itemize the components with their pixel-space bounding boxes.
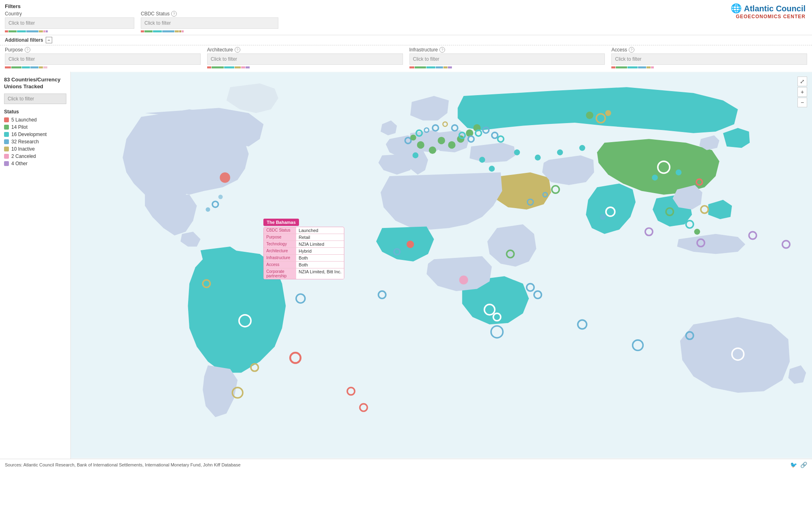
popup-row-label: Technology [264, 241, 296, 247]
bahamas-popup: The Bahamas CBDC StatusLaunchedPurposeRe… [263, 219, 344, 279]
sidebar: 83 Countries/Currency Unions Tracked Cli… [0, 72, 71, 459]
footer: Sources: Atlantic Council Research, Bank… [0, 459, 812, 470]
popup-row: InfrastructureBoth [264, 255, 344, 262]
infrastructure-help-icon[interactable]: ? [439, 47, 445, 53]
purpose-label: Purpose ? [5, 47, 201, 53]
cbdc-filter-input[interactable]: Click to filter [141, 17, 278, 29]
svg-point-19 [586, 112, 593, 119]
status-label: 16 Development [11, 132, 47, 137]
architecture-filter-group: Architecture ? Click to filter [207, 47, 403, 68]
svg-point-13 [429, 147, 436, 154]
access-help-icon[interactable]: ? [629, 47, 634, 53]
purpose-filter-input[interactable]: Click to filter [5, 53, 201, 65]
cbdc-status-label: CBDC Status ? [141, 11, 278, 17]
world-map [71, 72, 812, 459]
popup-country-label: The Bahamas [263, 219, 299, 226]
purpose-filter-group: Purpose ? Click to filter [5, 47, 201, 68]
filters-title: Filters [5, 3, 807, 9]
purpose-filter-bar [5, 66, 201, 68]
status-item: 4 Other [4, 161, 66, 166]
svg-point-47 [410, 134, 416, 140]
svg-point-28 [676, 169, 682, 175]
country-filter-group: Country Click to filter [5, 11, 134, 32]
status-item: 16 Development [4, 132, 66, 137]
footer-sources: Sources: Atlantic Council Research, Bank… [5, 462, 241, 467]
map-expand-button[interactable]: ⤢ [797, 77, 807, 86]
popup-row-value: Retail [296, 234, 312, 241]
architecture-filter-bar [207, 66, 403, 68]
access-filter-group: Access ? Click to filter [611, 47, 807, 68]
map-zoom-in-button[interactable]: + [797, 87, 807, 97]
architecture-filter-input[interactable]: Click to filter [207, 53, 403, 65]
status-dot [4, 117, 9, 122]
popup-row: Corporate partnershipNZIA Limited, Bitt … [264, 268, 344, 279]
country-filter-bar [5, 30, 134, 32]
svg-point-26 [489, 166, 495, 172]
status-dot [4, 132, 9, 137]
status-item: 2 Canceled [4, 153, 66, 159]
status-item: 10 Inactive [4, 146, 66, 152]
status-label: 10 Inactive [11, 146, 35, 152]
cbdc-filter-bar [141, 30, 278, 32]
popup-card: CBDC StatusLaunchedPurposeRetailTechnolo… [263, 227, 344, 279]
svg-point-21 [514, 149, 520, 155]
logo-area: 🌐 Atlantic Council GEOECONOMICS CENTER [731, 3, 806, 19]
svg-point-27 [652, 175, 658, 181]
status-dot [4, 161, 9, 166]
status-label: 14 Pilot [11, 124, 28, 130]
status-item: 32 Research [4, 139, 66, 145]
cbdc-help-icon[interactable]: ? [171, 11, 177, 17]
primary-filter-row: Country Click to filter CBDC Status ? Cl… [5, 11, 807, 32]
additional-filters-row: Purpose ? Click to filter Architecture ?… [0, 45, 812, 72]
status-dot [4, 154, 9, 159]
status-dot [4, 139, 9, 144]
popup-row: AccessBoth [264, 262, 344, 268]
popup-row-label: Architecture [264, 248, 296, 254]
svg-point-66 [206, 207, 210, 212]
collapse-additional-filters-button[interactable]: − [46, 37, 52, 43]
access-filter-input[interactable]: Click to filter [611, 53, 807, 65]
popup-row-value: NZIA Limited [296, 241, 326, 247]
geoeconomics-label: GEOECONOMICS CENTER [736, 14, 806, 19]
map-container[interactable]: ⤢ + − [71, 72, 812, 459]
svg-point-20 [413, 152, 419, 158]
tracked-count: 83 Countries/Currency Unions Tracked [4, 77, 66, 90]
country-filter-input[interactable]: Click to filter [5, 17, 134, 29]
svg-point-54 [218, 195, 223, 199]
additional-filters-label: Additional filters [5, 37, 43, 43]
svg-point-30 [605, 110, 611, 116]
filters-section: Filters Country Click to filter CBDC Sta… [0, 0, 812, 35]
infrastructure-label: Infrastructure ? [409, 47, 605, 53]
purpose-help-icon[interactable]: ? [25, 47, 30, 53]
architecture-help-icon[interactable]: ? [235, 47, 240, 53]
svg-point-61 [694, 229, 700, 235]
access-label: Access ? [611, 47, 807, 53]
additional-filters-header: Additional filters − [0, 35, 812, 45]
architecture-label: Architecture ? [207, 47, 403, 53]
popup-row-value: Both [296, 255, 310, 261]
svg-point-25 [479, 157, 485, 163]
status-label: 32 Research [11, 139, 39, 145]
twitter-icon[interactable]: 🐦 [790, 462, 797, 468]
popup-row: CBDC StatusLaunched [264, 227, 344, 234]
svg-point-15 [448, 141, 455, 149]
logo-container: 🌐 Atlantic Council [731, 3, 806, 14]
popup-row-value: Hybrid [296, 248, 314, 254]
popup-row-label: Infrastructure [264, 255, 296, 261]
access-filter-bar [611, 66, 807, 68]
share-icon[interactable]: 🔗 [800, 462, 807, 468]
globe-icon: 🌐 [731, 3, 742, 14]
svg-point-24 [579, 145, 585, 151]
svg-point-12 [417, 141, 424, 149]
infrastructure-filter-input[interactable]: Click to filter [409, 53, 605, 65]
svg-point-23 [557, 149, 563, 155]
cbdc-status-filter-group: CBDC Status ? Click to filter [141, 11, 278, 32]
svg-point-16 [457, 135, 464, 143]
svg-point-42 [600, 214, 606, 220]
popup-row: ArchitectureHybrid [264, 248, 344, 255]
footer-icons: 🐦 🔗 [790, 462, 807, 468]
sidebar-filter-input[interactable]: Click to filter [4, 94, 66, 104]
map-zoom-out-button[interactable]: − [797, 98, 807, 107]
popup-row-label: CBDC Status [264, 227, 296, 234]
popup-row-label: Corporate partnership [264, 268, 296, 279]
